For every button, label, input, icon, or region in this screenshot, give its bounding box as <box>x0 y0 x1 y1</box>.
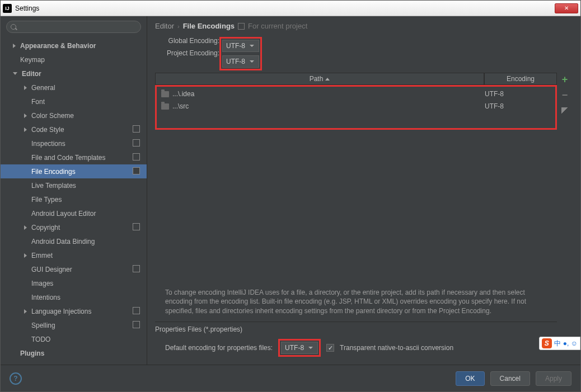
cell-encoding: UTF-8 <box>481 102 554 110</box>
highlight-encoding-combos: UTF-8 UTF-8 <box>219 37 262 70</box>
sidebar-item-keymap[interactable]: Keymap <box>1 53 147 67</box>
highlight-table-rows: ...\.ideaUTF-8...\srcUTF-8 <box>155 85 557 130</box>
project-scope-icon <box>134 308 140 314</box>
cancel-button[interactable]: Cancel <box>490 371 530 386</box>
global-encoding-label: Global Encoding: <box>155 37 219 45</box>
cell-encoding: UTF-8 <box>481 90 554 98</box>
content-panel: Editor › File Encodings For current proj… <box>147 16 580 365</box>
ime-lang: 中 <box>554 339 561 348</box>
sidebar-item-file-and-code-templates[interactable]: File and Code Templates <box>1 150 147 164</box>
chevron-right-icon: › <box>177 23 180 30</box>
sidebar-item-general[interactable]: General <box>1 81 147 95</box>
breadcrumb: Editor › File Encodings For current proj… <box>155 22 573 30</box>
sidebar-item-images[interactable]: Images <box>1 276 147 290</box>
chevron-right-icon <box>24 114 27 118</box>
project-encoding-combo[interactable]: UTF-8 <box>222 55 259 68</box>
edit-button[interactable] <box>560 106 569 115</box>
sidebar-item-spelling[interactable]: Spelling <box>1 318 147 332</box>
sidebar-item-copyright[interactable]: Copyright <box>1 220 147 234</box>
sort-asc-icon <box>325 78 330 81</box>
chevron-right-icon <box>24 225 27 230</box>
sidebar-item-color-scheme[interactable]: Color Scheme <box>1 108 147 122</box>
project-scope-icon <box>134 140 140 147</box>
sidebar-item-emmet[interactable]: Emmet <box>1 248 147 262</box>
project-scope-icon <box>238 23 245 30</box>
properties-section-title: Properties Files (*.properties) <box>155 322 557 338</box>
close-icon: ✕ <box>564 5 569 11</box>
help-button[interactable]: ? <box>10 372 22 385</box>
properties-encoding-label: Default encoding for properties files: <box>165 344 273 352</box>
sidebar-item-plugins[interactable]: Plugins <box>1 346 147 360</box>
app-icon: IJ <box>3 4 12 13</box>
sidebar-item-android-data-binding[interactable]: Android Data Binding <box>1 234 147 248</box>
ime-badge: S 中 ●, ☺ <box>539 337 580 350</box>
chevron-right-icon <box>13 44 16 48</box>
remove-button[interactable]: − <box>560 91 569 100</box>
breadcrumb-current: File Encodings <box>183 22 235 30</box>
sidebar-item-gui-designer[interactable]: GUI Designer <box>1 262 147 276</box>
sidebar-item-file-encodings[interactable]: File Encodings <box>1 164 147 178</box>
close-button[interactable]: ✕ <box>555 3 578 13</box>
project-scope-icon <box>134 154 140 160</box>
sidebar-item-label: Plugins <box>20 350 44 357</box>
ok-button[interactable]: OK <box>456 371 484 386</box>
sidebar-item-language-injections[interactable]: Language Injections <box>1 304 147 318</box>
sidebar-item-label: Spelling <box>31 322 55 329</box>
sidebar-item-live-templates[interactable]: Live Templates <box>1 178 147 192</box>
ime-extra-icon: ●, ☺ <box>563 339 578 347</box>
project-encoding-value: UTF-8 <box>226 58 245 65</box>
table-row[interactable]: ...\.ideaUTF-8 <box>158 88 554 100</box>
breadcrumb-parent: Editor <box>155 22 174 30</box>
properties-encoding-combo[interactable]: UTF-8 <box>281 342 318 354</box>
sidebar-item-label: Language Injections <box>31 308 91 315</box>
window-title: Settings <box>15 4 39 12</box>
sidebar-item-label: Appearance & Behavior <box>20 42 96 50</box>
sidebar-item-inspections[interactable]: Inspections <box>1 136 147 150</box>
transparent-ascii-label: Transparent native-to-ascii conversion <box>340 344 453 352</box>
sidebar-item-label: Intentions <box>31 294 60 301</box>
transparent-ascii-checkbox[interactable] <box>326 344 334 352</box>
sidebar-item-file-types[interactable]: File Types <box>1 192 147 206</box>
sidebar-item-label: Live Templates <box>31 182 76 190</box>
project-scope-icon <box>134 126 140 133</box>
sidebar-item-code-style[interactable]: Code Style <box>1 122 147 136</box>
global-encoding-value: UTF-8 <box>226 42 245 50</box>
ime-s-icon: S <box>542 338 552 348</box>
sidebar-item-appearance-behavior[interactable]: Appearance & Behavior <box>1 39 147 53</box>
folder-icon <box>161 91 169 97</box>
sidebar-item-label: File Encodings <box>31 168 76 176</box>
project-scope-icon <box>134 168 140 174</box>
column-path[interactable]: Path <box>155 73 484 85</box>
apply-button[interactable]: Apply <box>536 371 571 386</box>
chevron-right-icon <box>24 309 27 314</box>
sidebar-item-label: GUI Designer <box>31 266 72 273</box>
sidebar-item-todo[interactable]: TODO <box>1 332 147 346</box>
sidebar-item-font[interactable]: Font <box>1 95 147 108</box>
search-input[interactable] <box>6 21 141 33</box>
table-row[interactable]: ...\srcUTF-8 <box>158 100 554 112</box>
sidebar-item-label: Font <box>31 98 45 106</box>
sidebar-item-intentions[interactable]: Intentions <box>1 290 147 304</box>
path-text: ...\.idea <box>172 90 194 98</box>
chevron-down-icon <box>308 347 313 349</box>
breadcrumb-scope: For current project <box>248 22 307 30</box>
chevron-down-icon <box>250 60 254 63</box>
sidebar-item-label: File Types <box>31 196 62 204</box>
sidebar-item-label: Inspections <box>31 140 65 148</box>
folder-icon <box>161 103 169 110</box>
chevron-down-icon <box>250 45 254 47</box>
sidebar-item-editor[interactable]: Editor <box>1 67 147 81</box>
project-scope-icon <box>134 224 140 230</box>
project-scope-icon <box>134 266 140 272</box>
titlebar: IJ Settings ✕ <box>1 1 580 16</box>
global-encoding-combo[interactable]: UTF-8 <box>222 40 259 52</box>
sidebar-item-android-layout-editor[interactable]: Android Layout Editor <box>1 206 147 220</box>
pencil-icon <box>561 107 568 114</box>
sidebar-item-label: Editor <box>22 70 41 78</box>
table-body[interactable]: ...\.ideaUTF-8...\srcUTF-8 <box>155 85 557 282</box>
add-button[interactable]: + <box>560 75 569 84</box>
settings-tree[interactable]: Appearance & BehaviorKeymapEditorGeneral… <box>1 37 147 365</box>
table-toolbar: + − <box>557 73 573 365</box>
column-encoding[interactable]: Encoding <box>484 73 557 85</box>
sidebar-item-label: General <box>31 84 55 92</box>
